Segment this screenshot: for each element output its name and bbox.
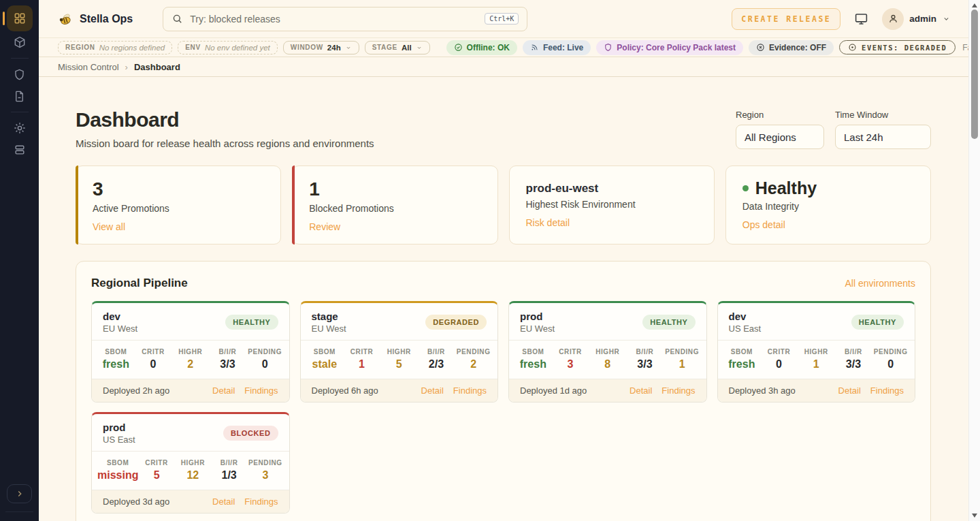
document-icon — [13, 90, 26, 103]
env-region: EU West — [312, 323, 346, 334]
env-card-footer: Deployed 2h ago DetailFindings — [92, 379, 289, 402]
x-circle-icon — [756, 43, 765, 52]
scrollbar-down-arrow[interactable] — [972, 514, 977, 518]
stat-label: HIGHR — [589, 348, 626, 356]
filter-label: STAGE — [372, 44, 397, 51]
scrollbar-thumb[interactable] — [971, 10, 978, 139]
window-filter-pill[interactable]: WINDOW 24h — [283, 41, 359, 54]
brand[interactable]: Stella Ops — [58, 12, 133, 27]
top-bar: Stella Ops Ctrl+K CREATE RELEASE admin — [39, 0, 968, 38]
findings-link[interactable]: Findings — [453, 385, 487, 396]
gear-icon — [13, 121, 27, 135]
detail-link[interactable]: Detail — [212, 496, 235, 507]
user-icon — [887, 13, 899, 25]
stat-label: SBOM — [97, 348, 135, 356]
search-bar[interactable]: Ctrl+K — [163, 7, 527, 31]
stat-label: HIGHR — [798, 348, 835, 356]
target-icon — [848, 43, 857, 52]
ops-detail-link[interactable]: Ops detail — [742, 219, 785, 230]
shield-icon — [604, 43, 612, 52]
top-right-cluster: CREATE RELEASE admin — [732, 8, 951, 30]
stat-pending: PENDING1 — [664, 348, 701, 370]
env-stats: SBOMmissing CRITR5 HIGHR12 B/I/R1/3 PEND… — [92, 452, 289, 490]
page-title: Dashboard — [76, 108, 374, 131]
region-select[interactable]: All Regions — [736, 125, 824, 149]
detail-link[interactable]: Detail — [630, 385, 652, 396]
sidebar-item-documents[interactable] — [9, 85, 31, 107]
env-card-header: prod US East BLOCKED — [92, 414, 289, 452]
breadcrumb-parent-link[interactable]: Mission Control — [58, 62, 119, 72]
stat-label: CRITR — [343, 348, 380, 356]
env-card-dev-eu-west: dev EU West HEALTHY SBOMfresh CRITR0 HIG… — [91, 301, 290, 402]
env-status-badge: HEALTHY — [642, 315, 695, 330]
chevron-down-icon — [345, 44, 352, 51]
stat-value: 3/3 — [835, 358, 872, 370]
sidebar-item-dashboard[interactable] — [7, 5, 33, 31]
deployed-text: Deployed 3h ago — [729, 385, 796, 396]
stat-label: HIGHR — [172, 348, 209, 356]
env-name: dev — [103, 311, 137, 322]
sidebar-item-infrastructure[interactable] — [9, 139, 31, 161]
stat-value: 12 — [175, 469, 211, 481]
stat-pending: PENDING0 — [872, 348, 909, 370]
filter-value: All — [402, 44, 412, 52]
stat-value: 0 — [135, 358, 172, 370]
search-input[interactable] — [190, 14, 478, 25]
browser-scrollbar[interactable] — [968, 0, 980, 521]
stage-filter-pill[interactable]: STAGE All — [365, 41, 430, 54]
env-card-footer: Deployed 3d ago DetailFindings — [92, 490, 289, 513]
review-link[interactable]: Review — [309, 221, 340, 232]
stat-value: fresh — [514, 358, 552, 370]
stat-critr: CRITR0 — [760, 348, 798, 370]
context-bar: REGION No regions defined ENV No env def… — [39, 38, 968, 57]
stat-value: 1 — [664, 358, 701, 370]
filter-value: No env defined yet — [205, 44, 270, 52]
breadcrumb-separator: › — [125, 62, 128, 72]
findings-link[interactable]: Findings — [870, 385, 904, 396]
stat-value: stale — [306, 358, 344, 370]
risk-detail-link[interactable]: Risk detail — [526, 217, 570, 228]
stat-value: 3 — [247, 469, 283, 481]
stat-sbom: SBOMfresh — [723, 348, 761, 370]
create-release-button[interactable]: CREATE RELEASE — [732, 8, 840, 30]
region-filter-pill[interactable]: REGION No regions defined — [58, 41, 172, 54]
time-window-select[interactable]: Last 24h — [835, 125, 931, 149]
sidebar-item-settings[interactable] — [9, 117, 31, 139]
stat-label: B/I/R — [418, 348, 455, 356]
page-header: Dashboard Mission board for release heal… — [76, 108, 931, 149]
stat-value: fresh — [97, 358, 135, 370]
stat-sbom: SBOMfresh — [97, 348, 135, 370]
policy-status-badge: Policy: Core Policy Pack latest — [596, 40, 743, 55]
stat-value: 2 — [455, 358, 492, 370]
findings-link[interactable]: Findings — [244, 496, 278, 507]
env-filter-pill[interactable]: ENV No env defined yet — [178, 41, 278, 54]
env-region: EU West — [520, 323, 555, 334]
stat-sbom: SBOMstale — [306, 348, 344, 370]
highest-risk-card: prod-eu-west Highest Risk Environment Ri… — [509, 165, 715, 244]
display-mode-button[interactable] — [854, 12, 868, 26]
grid-icon — [13, 12, 27, 25]
detail-link[interactable]: Detail — [838, 385, 861, 396]
sidebar-expand-button[interactable] — [7, 484, 32, 503]
detail-link[interactable]: Detail — [212, 385, 235, 396]
findings-link[interactable]: Findings — [244, 385, 278, 396]
stat-value: fresh — [723, 358, 761, 370]
search-icon — [172, 13, 183, 25]
stat-label: B/I/R — [835, 348, 872, 356]
sidebar-item-security[interactable] — [9, 63, 31, 85]
avatar — [882, 8, 904, 30]
stat-value: 1 — [343, 358, 380, 370]
env-status-badge: HEALTHY — [225, 315, 278, 330]
all-environments-link[interactable]: All environments — [845, 278, 916, 289]
view-all-link[interactable]: View all — [93, 221, 125, 232]
findings-link[interactable]: Findings — [662, 385, 695, 396]
shield-icon — [13, 68, 26, 81]
sidebar-item-artifacts[interactable] — [9, 31, 31, 53]
stat-label: HIGHR — [380, 348, 418, 356]
stat-highr: HIGHR2 — [172, 348, 209, 370]
detail-link[interactable]: Detail — [421, 385, 444, 396]
user-menu[interactable]: admin — [882, 8, 951, 30]
scrollbar-up-arrow[interactable] — [972, 3, 977, 7]
stat-value: 0 — [872, 358, 909, 370]
events-degraded-badge: EVENTS: DEGRADED — [839, 40, 956, 54]
